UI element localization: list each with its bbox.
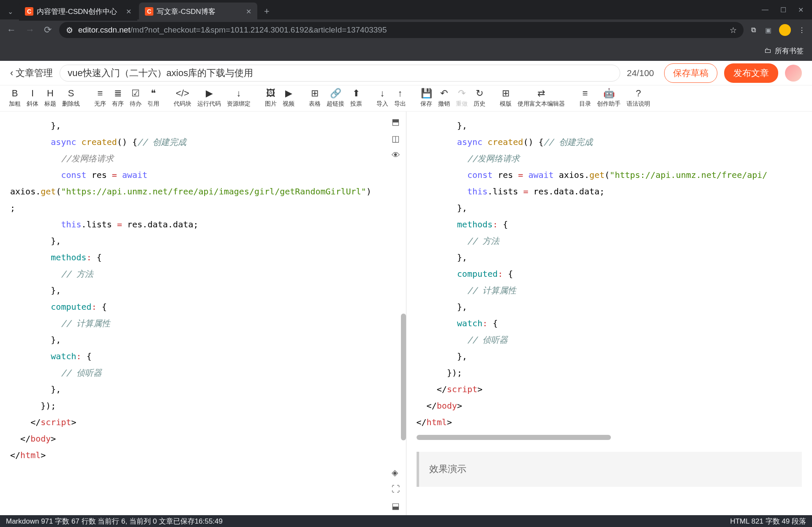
tool-label: 目录 bbox=[579, 100, 591, 108]
redo-button[interactable]: ↷重做 bbox=[453, 85, 471, 111]
tool-label: 标题 bbox=[44, 100, 56, 108]
all-bookmarks-button[interactable]: 所有书签 bbox=[775, 46, 804, 56]
ol-button[interactable]: ≣有序 bbox=[109, 85, 127, 111]
bold-icon: B bbox=[12, 89, 18, 99]
strike-icon: S bbox=[68, 89, 74, 99]
tool-label: 运行代码 bbox=[197, 100, 221, 108]
code-line: ; bbox=[10, 200, 396, 216]
close-icon[interactable]: ✕ bbox=[246, 8, 251, 16]
italic-button[interactable]: I斜体 bbox=[24, 85, 41, 111]
runcode-button[interactable]: ▶运行代码 bbox=[194, 85, 224, 111]
history-button[interactable]: ↻历史 bbox=[471, 85, 488, 111]
tool-label: 图片 bbox=[265, 100, 277, 108]
publish-button[interactable]: 发布文章 bbox=[724, 63, 778, 83]
code-line: //发网络请求 bbox=[417, 150, 802, 167]
link-button[interactable]: 🔗超链接 bbox=[324, 85, 347, 111]
import-button[interactable]: ↓导入 bbox=[373, 85, 391, 111]
strike-button[interactable]: S删除线 bbox=[59, 85, 83, 111]
browser-tab-0[interactable]: C 内容管理-CSDN创作中心 ✕ bbox=[19, 3, 137, 21]
tool-label: 语法说明 bbox=[627, 100, 650, 108]
todo-icon: ☑ bbox=[131, 89, 140, 99]
star-bookmark-icon[interactable]: ☆ bbox=[730, 25, 737, 35]
tool-label: 视频 bbox=[283, 100, 294, 108]
article-title-input[interactable] bbox=[60, 65, 620, 82]
code-line: const res = await axios.get("https://api… bbox=[417, 167, 802, 183]
layout-top-icon[interactable]: ⬒ bbox=[392, 117, 400, 127]
template-button[interactable]: ⊞模版 bbox=[497, 85, 515, 111]
quote-icon: ❝ bbox=[151, 89, 156, 99]
ul-icon: ≡ bbox=[98, 89, 103, 99]
undo-button[interactable]: ↶撤销 bbox=[435, 85, 453, 111]
toc-icon: ≡ bbox=[583, 89, 588, 99]
ul-button[interactable]: ≡无序 bbox=[91, 85, 109, 111]
target-icon[interactable]: ◈ bbox=[392, 467, 400, 478]
window-minimize-button[interactable]: — bbox=[762, 6, 768, 14]
code-line: </body> bbox=[10, 431, 396, 447]
runcode-icon: ▶ bbox=[206, 89, 213, 99]
layout-bottom-icon[interactable]: ⬓ bbox=[392, 501, 400, 511]
code-line: </html> bbox=[10, 447, 396, 464]
window-maximize-button[interactable]: ☐ bbox=[780, 6, 786, 14]
extensions-icon[interactable]: ⧉ bbox=[749, 25, 758, 35]
vote-button[interactable]: ⬆投票 bbox=[347, 85, 365, 111]
new-tab-button[interactable]: + bbox=[259, 3, 275, 20]
preview-pane[interactable]: }, async created() {// 创建完成 //发网络请求 cons… bbox=[406, 112, 812, 515]
tab-search-dropdown[interactable]: ⌄ bbox=[3, 5, 17, 18]
codeblock-button[interactable]: </>代码块 bbox=[171, 85, 194, 111]
user-avatar[interactable] bbox=[785, 65, 802, 82]
nav-back-button[interactable]: ← bbox=[5, 23, 18, 37]
site-settings-icon[interactable]: ⚙ bbox=[66, 25, 73, 35]
address-bar-row: ← → ⟳ ⚙ editor.csdn.net/md?not_checkout=… bbox=[0, 19, 812, 41]
bold-button[interactable]: B加粗 bbox=[6, 85, 24, 111]
code-line: methods: { bbox=[417, 216, 802, 233]
back-to-manage-link[interactable]: ‹ 文章管理 bbox=[10, 67, 53, 79]
heading-button[interactable]: H标题 bbox=[41, 85, 59, 111]
profile-avatar[interactable] bbox=[779, 24, 791, 36]
code-line: watch: { bbox=[417, 315, 802, 332]
save-button[interactable]: 💾保存 bbox=[417, 85, 435, 111]
markdown-source-pane[interactable]: }, async created() {// 创建完成 //发网络请求 cons… bbox=[0, 112, 406, 515]
layout-split-icon[interactable]: ◫ bbox=[392, 134, 400, 144]
expand-icon[interactable]: ⛶ bbox=[392, 484, 400, 494]
image-button[interactable]: 🖼图片 bbox=[262, 85, 280, 111]
assistant-icon: 🤖 bbox=[603, 89, 615, 99]
code-line: async created() {// 创建完成 bbox=[10, 134, 396, 150]
quote-button[interactable]: ❝引用 bbox=[144, 85, 162, 111]
close-icon[interactable]: ✕ bbox=[126, 8, 131, 16]
browser-tab-1[interactable]: C 写文章-CSDN博客 ✕ bbox=[139, 3, 257, 21]
export-button[interactable]: ↑导出 bbox=[391, 85, 409, 111]
syntax-button[interactable]: ?语法说明 bbox=[624, 85, 653, 111]
vertical-scrollbar[interactable] bbox=[401, 314, 406, 440]
char-count-label: 24/100 bbox=[627, 68, 654, 78]
toc-button[interactable]: ≡目录 bbox=[576, 85, 594, 111]
url-text: editor.csdn.net/md?not_checkout=1&spm=10… bbox=[78, 25, 725, 35]
tool-label: 有序 bbox=[112, 100, 124, 108]
save-draft-button[interactable]: 保存草稿 bbox=[664, 63, 717, 83]
tool-label: 使用富文本编辑器 bbox=[518, 100, 565, 108]
horizontal-scrollbar[interactable] bbox=[417, 435, 611, 440]
assistant-button[interactable]: 🤖创作助手 bbox=[594, 85, 624, 111]
heading-icon: H bbox=[47, 89, 54, 99]
resource-button[interactable]: ↓资源绑定 bbox=[224, 85, 253, 111]
code-line: }, bbox=[417, 249, 802, 266]
sidepanel-icon[interactable]: ▣ bbox=[763, 25, 773, 36]
tab-title: 写文章-CSDN博客 bbox=[157, 7, 215, 16]
nav-reload-button[interactable]: ⟳ bbox=[42, 23, 53, 37]
status-bar: Markdown 971 字数 67 行数 当前行 6, 当前列 0 文章已保存… bbox=[0, 515, 812, 527]
table-icon: ⊞ bbox=[311, 89, 319, 99]
table-button[interactable]: ⊞表格 bbox=[306, 85, 324, 111]
todo-button[interactable]: ☑待办 bbox=[127, 85, 144, 111]
nav-forward-button[interactable]: → bbox=[24, 23, 36, 37]
url-input[interactable]: ⚙ editor.csdn.net/md?not_checkout=1&spm=… bbox=[59, 22, 744, 38]
browser-menu-icon[interactable]: ⋮ bbox=[797, 25, 807, 36]
richtext-button[interactable]: ⇄使用富文本编辑器 bbox=[515, 85, 568, 111]
editor-panes: }, async created() {// 创建完成 //发网络请求 cons… bbox=[0, 112, 812, 515]
window-close-button[interactable]: ✕ bbox=[798, 6, 804, 14]
code-line: }, bbox=[10, 332, 396, 348]
preview-eye-icon[interactable]: 👁 bbox=[392, 150, 400, 160]
code-line: }, bbox=[10, 233, 396, 249]
code-line: // 侦听器 bbox=[10, 365, 396, 381]
video-button[interactable]: ▶视频 bbox=[280, 85, 297, 111]
syntax-icon: ? bbox=[636, 89, 641, 99]
editor-header: ‹ 文章管理 24/100 保存草稿 发布文章 bbox=[0, 61, 812, 85]
